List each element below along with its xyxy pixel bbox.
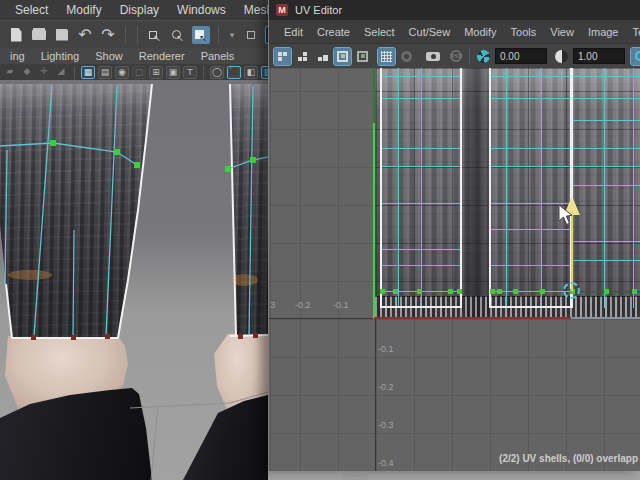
undo-icon[interactable]: ↶ bbox=[76, 26, 94, 44]
y-axis-label: -0.1 bbox=[378, 344, 394, 354]
uv-edge bbox=[573, 76, 640, 77]
texture-seam bbox=[462, 68, 490, 317]
resolution-gate-icon[interactable]: ◉ bbox=[115, 66, 129, 79]
x-axis-label: -0.2 bbox=[295, 300, 311, 310]
gate-mask-icon[interactable]: ▢ bbox=[132, 66, 146, 79]
viewport-toolbar-separator bbox=[203, 66, 204, 79]
exposure-input[interactable] bbox=[495, 48, 547, 64]
uv-edge bbox=[573, 166, 640, 167]
flat-shade-mode-icon[interactable]: ◧ bbox=[244, 66, 258, 79]
uv-toolbar-separator bbox=[469, 48, 470, 64]
x-axis-label: -0.1 bbox=[333, 300, 349, 310]
shaded-mode-icon[interactable]: ⬛ bbox=[227, 66, 241, 79]
wireframe-mode-icon[interactable]: ◯ bbox=[210, 66, 224, 79]
toolbar-separator bbox=[137, 26, 138, 44]
uv-menu-select[interactable]: Select bbox=[357, 26, 402, 38]
uv-snapshot-icon[interactable] bbox=[422, 48, 444, 65]
uv-edge bbox=[573, 148, 640, 149]
redo-icon[interactable]: ↷ bbox=[99, 26, 117, 44]
uv-edge bbox=[506, 68, 507, 308]
uv-editor-window: M UV Editor Edit Create Select Cut/Sew M… bbox=[268, 0, 640, 471]
display-image-toggle-icon[interactable] bbox=[334, 48, 351, 65]
menu-windows[interactable]: Windows bbox=[168, 3, 235, 17]
select-component-icon[interactable]: ↖ bbox=[192, 26, 210, 44]
uv-edge bbox=[490, 265, 571, 266]
uv-edge bbox=[541, 68, 542, 308]
selected-uv-point bbox=[393, 289, 398, 294]
selected-uv-point bbox=[380, 289, 385, 294]
shaded-uv-toggle-icon[interactable] bbox=[398, 48, 415, 65]
save-scene-icon[interactable] bbox=[53, 26, 71, 44]
uv-shell-border bbox=[380, 306, 462, 308]
uv-menu-cut-sew[interactable]: Cut/Sew bbox=[402, 26, 458, 38]
new-scene-icon[interactable] bbox=[7, 26, 25, 44]
selected-uv-point bbox=[632, 289, 637, 294]
selected-uv-point bbox=[513, 289, 518, 294]
menu-display[interactable]: Display bbox=[111, 3, 168, 17]
uv-shell-border bbox=[460, 68, 462, 308]
uv-tile-layout-icon[interactable] bbox=[274, 48, 291, 65]
move-tool-icon[interactable]: ✛ bbox=[37, 66, 51, 79]
uv-edge bbox=[398, 68, 399, 308]
display-image-range-icon[interactable] bbox=[354, 48, 371, 65]
uv-shell-border bbox=[489, 68, 491, 308]
tile-border-line bbox=[571, 317, 640, 319]
uv-shell-border bbox=[380, 68, 382, 308]
options-box-icon[interactable] bbox=[242, 26, 260, 44]
toolbar-separator bbox=[125, 26, 126, 44]
color-management-icon[interactable] bbox=[631, 48, 640, 65]
uv-texture-gridlines bbox=[374, 68, 640, 319]
uv-shell-stack-icon[interactable] bbox=[294, 48, 311, 65]
uv-2d-view[interactable]: 3 -0.2 -0.1 -0.1 -0.2 -0.3 -0.4 (2/2) UV… bbox=[269, 68, 640, 471]
paint-tool-icon[interactable]: ▰ bbox=[3, 66, 17, 79]
y-axis-label: -0.2 bbox=[378, 382, 394, 392]
panel-menu-shading[interactable]: ing bbox=[2, 50, 33, 62]
u-axis-line bbox=[269, 318, 374, 319]
safe-action-icon[interactable]: ▣ bbox=[166, 66, 180, 79]
toolbar-separator bbox=[218, 26, 219, 44]
uv-menu-create[interactable]: Create bbox=[310, 26, 357, 38]
uv-edge bbox=[573, 260, 640, 261]
menu-modify[interactable]: Modify bbox=[57, 3, 110, 17]
film-gate-icon[interactable]: ▤ bbox=[98, 66, 112, 79]
field-chart-icon[interactable]: ⊞ bbox=[149, 66, 163, 79]
select-object-icon[interactable]: ↖ bbox=[169, 26, 187, 44]
gamma-icon[interactable] bbox=[553, 48, 570, 65]
panel-menu-show[interactable]: Show bbox=[87, 50, 131, 62]
uv-menu-modify[interactable]: Modify bbox=[457, 26, 503, 38]
uv-edge bbox=[490, 76, 571, 77]
mouse-cursor bbox=[557, 204, 574, 227]
selected-uv-point bbox=[417, 289, 422, 294]
y-axis-label: -0.3 bbox=[378, 420, 394, 430]
uv-edge bbox=[573, 185, 640, 186]
uv-menu-image[interactable]: Image bbox=[581, 26, 626, 38]
uv-editor-titlebar[interactable]: M UV Editor bbox=[269, 0, 640, 20]
menu-select[interactable]: Select bbox=[6, 3, 57, 17]
uv-menu-tools[interactable]: Tools bbox=[504, 26, 544, 38]
panel-menu-renderer[interactable]: Renderer bbox=[131, 50, 193, 62]
exposure-icon[interactable] bbox=[475, 48, 492, 65]
open-scene-icon[interactable] bbox=[30, 26, 48, 44]
uv-menu-edit[interactable]: Edit bbox=[277, 26, 310, 38]
selected-uv-point bbox=[457, 289, 462, 294]
grid-toggle-icon[interactable]: ▦ bbox=[81, 66, 95, 79]
selected-uv-point bbox=[540, 289, 545, 294]
gamma-input[interactable] bbox=[573, 48, 625, 64]
safe-title-icon[interactable]: T bbox=[183, 66, 197, 79]
select-hierarchy-icon[interactable]: ↖ bbox=[146, 26, 164, 44]
uv-menu-textures[interactable]: Textures bbox=[625, 26, 640, 38]
uv-edge bbox=[490, 166, 571, 167]
panel-menu-panels[interactable]: Panels bbox=[193, 50, 243, 62]
sculpt-tool-icon[interactable]: ◆ bbox=[20, 66, 34, 79]
pixel-grid-toggle-icon[interactable] bbox=[378, 48, 395, 65]
uv-shell-move-icon[interactable] bbox=[314, 48, 331, 65]
panel-menu-lighting[interactable]: Lighting bbox=[33, 50, 88, 62]
selected-uv-point bbox=[490, 289, 495, 294]
update-psd-icon[interactable]: PSD bbox=[447, 48, 464, 65]
selected-uv-point bbox=[448, 289, 453, 294]
snap-dropdown-caret-icon[interactable]: ▾ bbox=[227, 26, 237, 44]
selected-uv-point bbox=[497, 289, 502, 294]
brush-tool-icon[interactable]: ◢ bbox=[54, 66, 68, 79]
uv-menu-view[interactable]: View bbox=[543, 26, 581, 38]
uv-edge bbox=[490, 98, 571, 99]
